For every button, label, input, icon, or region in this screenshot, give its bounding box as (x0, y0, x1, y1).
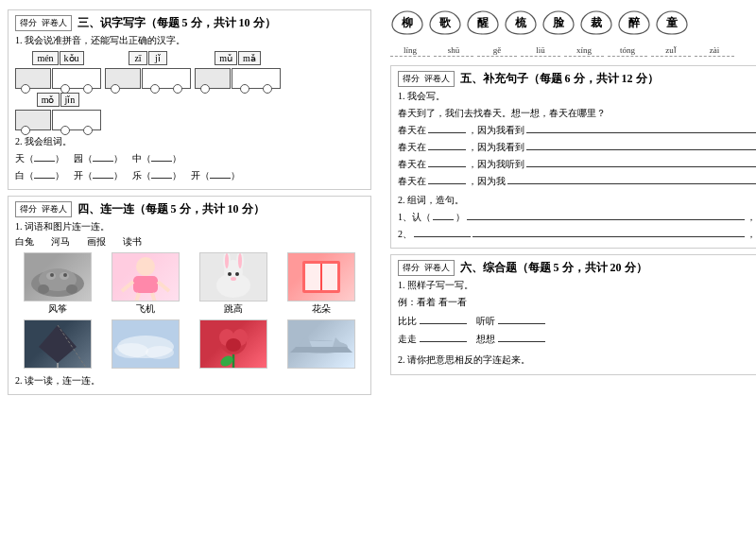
fill-item: 开（） (191, 167, 240, 182)
pinyin-2b: jǐ (148, 51, 167, 65)
blank-c3[interactable] (420, 331, 467, 342)
blank-s2a[interactable] (428, 139, 466, 150)
blank-c4[interactable] (498, 331, 545, 342)
comp-row-1: 比比 听听 (398, 313, 756, 329)
fill-item: 白（） (15, 167, 64, 182)
image-cell-kite (15, 319, 100, 370)
image-cell-rabbit: 跳高 (191, 252, 276, 316)
section6-header: 得分 评卷人 六、综合题（每题 5 分，共计 20 分） (398, 260, 756, 276)
blank[interactable] (93, 167, 113, 179)
q1-sentence-label: 1. 我会写。 (398, 90, 756, 103)
train-loco-1 (15, 68, 51, 89)
svg-rect-24 (305, 264, 320, 290)
label-feiji: 飞机 (136, 302, 155, 316)
blank-s1a[interactable] (428, 122, 466, 133)
leaf-words-row: 柳 歌 醒 梳 脸 裁 醉 (390, 9, 756, 36)
blank[interactable] (93, 150, 113, 162)
blank[interactable] (34, 167, 55, 179)
svg-point-17 (225, 253, 229, 268)
pinyin-zui: zuǐ (651, 45, 691, 57)
pinyin-shu: shū (434, 45, 473, 57)
label-tiaogao: 跳高 (224, 302, 243, 316)
pinyin-3b: mǎ (238, 51, 261, 65)
label-huaduo: 花朵 (312, 302, 331, 316)
blank[interactable] (34, 150, 55, 162)
fill-item: 园（） (74, 150, 123, 165)
pinyin-xing: xíng (564, 45, 604, 57)
word-pairs-block: 1、认（）， 2、， (398, 209, 756, 243)
svg-marker-44 (333, 337, 345, 347)
sentence-4: 春天在，因为我 (398, 173, 756, 190)
comp-row-2: 走走 想想 (398, 331, 756, 347)
connect-words-top: 白兔 河马 画报 读书 (15, 235, 364, 249)
svg-point-6 (50, 273, 54, 277)
pinyin-2a: zī (129, 51, 147, 65)
image-book (287, 252, 355, 301)
leaf-shū: 梳 (504, 9, 538, 36)
section-4: 得分 评卷人 四、连一连（每题 5 分，共计 10 分） 1. 词语和图片连一连… (8, 196, 371, 395)
blank[interactable] (210, 167, 231, 179)
blank-c2[interactable] (498, 313, 545, 324)
blank-s3a[interactable] (428, 156, 466, 167)
score-box-3: 得分 评卷人 (15, 15, 72, 31)
pinyin-liu: liū (521, 45, 560, 57)
q1-label: 1. 我会说准拼音，还能写出正确的汉字。 (15, 34, 364, 47)
train-car-4 (52, 110, 101, 130)
pinyin-1b: kǒu (60, 51, 84, 65)
blank-w2b[interactable] (472, 226, 745, 237)
image-grid-2 (15, 319, 364, 370)
pinyin-row: líng shū gě liū xíng tóng zuǐ zài (390, 45, 756, 57)
leaf-tóng: 童 (655, 9, 689, 36)
image-fog (112, 319, 180, 369)
word-dushu: 读书 (123, 235, 142, 249)
pinyin-4a: mǒ (37, 93, 60, 107)
blank-w1[interactable] (433, 209, 454, 220)
blank-s4b[interactable] (507, 173, 756, 184)
image-rabbit (199, 252, 267, 301)
sentence-3: 春天在，因为我听到 (398, 156, 756, 173)
blank-s1b[interactable] (526, 122, 756, 133)
comp-block: 例：看着 看一看 比比 听听 走走 想想 (398, 294, 756, 368)
blank-w2[interactable] (414, 226, 471, 237)
train-1: mén kǒu (15, 51, 101, 89)
section3-header: 得分 评卷人 三、识字写字（每题 5 分，共计 10 分） (15, 15, 364, 31)
sentence-2: 春天在，因为我看到 (398, 139, 756, 156)
train-car-3 (232, 68, 281, 89)
left-column: 得分 评卷人 三、识字写字（每题 5 分，共计 10 分） 1. 我会说准拼音，… (8, 9, 371, 525)
train-4: mǒ jǐn (15, 93, 101, 130)
blank[interactable] (151, 167, 172, 179)
svg-marker-27 (39, 325, 77, 363)
image-plane (287, 319, 355, 369)
blank-c1[interactable] (420, 313, 467, 324)
section4-header: 得分 评卷人 四、连一连（每题 5 分，共计 10 分） (15, 201, 364, 217)
page: 得分 评卷人 三、识字写字（每题 5 分，共计 10 分） 1. 我会说准拼音，… (0, 0, 756, 534)
pinyin-tong: tóng (608, 45, 647, 57)
blank-s4a[interactable] (428, 173, 466, 184)
right-column: 柳 歌 醒 梳 脸 裁 醉 (390, 9, 756, 525)
word-pair-1: 1、认（）， (398, 209, 756, 226)
svg-marker-41 (290, 347, 352, 353)
svg-point-3 (66, 284, 77, 294)
blank-s2b[interactable] (526, 139, 756, 150)
word-huabao: 画报 (87, 235, 106, 249)
comp-zouzou: 走走 (398, 331, 467, 347)
svg-point-33 (146, 346, 174, 359)
fill-item: 乐（） (132, 167, 181, 182)
blank-w1b[interactable] (467, 209, 745, 220)
score-box-6: 得分 评卷人 (398, 260, 455, 276)
train-loco-4 (15, 110, 51, 130)
image-cell-rose (191, 319, 276, 370)
q1-comp-label: 1. 照样子写一写。 (398, 279, 756, 292)
svg-line-10 (122, 282, 133, 291)
score-box-4: 得分 评卷人 (15, 201, 72, 217)
section4-title: 四、连一连（每题 5 分，共计 10 分） (77, 201, 265, 217)
blank[interactable] (151, 150, 172, 162)
svg-point-7 (63, 273, 67, 277)
train-loco-2 (105, 68, 141, 89)
svg-point-2 (38, 284, 49, 294)
fill-item: 天（） (15, 150, 64, 165)
example-text: 例：看着 看一看 (398, 294, 756, 310)
train-car-1 (52, 68, 101, 89)
svg-point-21 (235, 272, 239, 276)
blank-s3b[interactable] (526, 156, 756, 167)
